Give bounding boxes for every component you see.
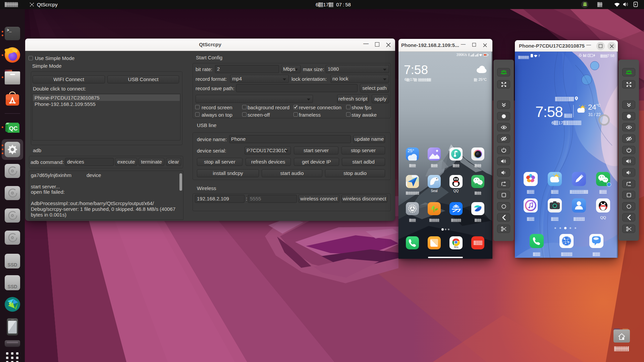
svg-text:Beta: Beta bbox=[454, 246, 459, 248]
svg-text:QC: QC bbox=[9, 125, 18, 132]
svg-text:90: 90 bbox=[589, 54, 591, 57]
